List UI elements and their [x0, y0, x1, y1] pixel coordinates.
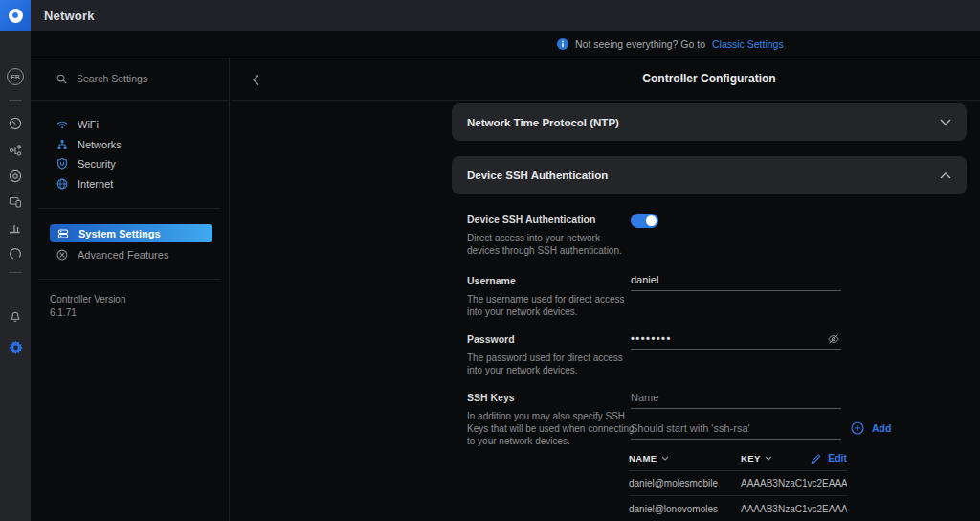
- search-settings-label: Search Settings: [77, 73, 147, 84]
- sidebar-item-system-settings[interactable]: System Settings: [50, 224, 212, 242]
- eye-off-icon: [827, 332, 840, 346]
- ssh-keys-table: NAME KEY Edit daniel@molesmobile AAAAB3N…: [629, 445, 847, 521]
- page-title: Controller Configuration: [452, 72, 967, 85]
- password-input[interactable]: [631, 330, 841, 350]
- rail-item-insights[interactable]: [0, 246, 31, 261]
- sidebar-item-label: WiFi: [78, 119, 99, 130]
- clients-icon: [8, 194, 23, 210]
- ssh-key-name: daniel@molesmobile: [629, 478, 741, 488]
- controller-version-label: Controller Version: [50, 293, 125, 306]
- sidebar-item-internet[interactable]: Internet: [31, 173, 230, 193]
- controller-version: Controller Version 6.1.71: [50, 293, 125, 320]
- classic-settings-link[interactable]: Classic Settings: [712, 38, 784, 50]
- topology-icon: [8, 143, 23, 158]
- rail-item-devices[interactable]: [0, 169, 31, 184]
- add-ssh-key-button[interactable]: Add: [851, 421, 891, 435]
- sidebar-item-label: Advanced Features: [78, 249, 168, 260]
- app-title: Network: [44, 9, 95, 23]
- sort-caret-icon: [765, 456, 772, 461]
- info-icon: [557, 38, 568, 50]
- user-avatar[interactable]: EB: [0, 68, 31, 85]
- ssh-toggle-description: Direct access into your network devices …: [467, 232, 632, 257]
- password-description: The password used for direct access into…: [467, 351, 632, 376]
- sidebar-divider: [38, 208, 220, 209]
- username-input[interactable]: [631, 272, 841, 291]
- notice-banner: Not seeing everything? Go to Classic Set…: [31, 31, 980, 57]
- ssh-key-value: AAAAB3NzaC1vc2EAAAAD...: [741, 478, 847, 488]
- system-settings-icon: [56, 227, 70, 240]
- show-password-button[interactable]: [827, 332, 840, 346]
- devices-icon: [8, 169, 23, 184]
- page-header: Controller Configuration: [231, 57, 980, 101]
- ssh-keys-label: SSH Keys: [467, 392, 515, 403]
- sort-caret-icon: [661, 456, 669, 461]
- search-icon: [56, 73, 68, 85]
- dashboard-icon: [8, 116, 23, 131]
- controller-version-value: 6.1.71: [50, 306, 125, 320]
- sidebar-item-label: Networks: [78, 139, 122, 150]
- bell-icon: [8, 308, 23, 324]
- rail-item-notifications[interactable]: [0, 308, 31, 324]
- username-label: Username: [467, 275, 516, 286]
- shield-icon: [56, 157, 69, 170]
- chevron-down-icon: [940, 119, 951, 125]
- ssh-toggle-label: Device SSH Authentication: [467, 214, 595, 225]
- search-settings[interactable]: Search Settings: [31, 57, 230, 101]
- plus-circle-icon: [851, 421, 864, 435]
- sidebar-item-label: Security: [78, 158, 116, 170]
- networks-icon: [56, 138, 69, 151]
- sidebar-item-label: System Settings: [78, 228, 161, 239]
- rail-item-settings-active[interactable]: [0, 339, 31, 355]
- icon-rail: EB: [0, 31, 31, 521]
- sidebar-item-networks[interactable]: Networks: [31, 134, 230, 154]
- table-row: daniel@molesmobile AAAAB3NzaC1vc2EAAAAD.…: [629, 471, 847, 496]
- ssh-key-name-input[interactable]: [631, 390, 841, 409]
- section-ntp-title: Network Time Protocol (NTP): [467, 117, 619, 128]
- insights-icon: [8, 246, 23, 261]
- main-content: Controller Configuration Network Time Pr…: [231, 57, 980, 521]
- ssh-key-value-input[interactable]: [631, 420, 841, 440]
- sidebar-item-label: Internet: [78, 178, 113, 190]
- section-ssh-auth-title: Device SSH Authentication: [467, 170, 608, 181]
- edit-label: Edit: [828, 452, 847, 464]
- pencil-icon: [810, 452, 822, 464]
- unifi-logo[interactable]: [0, 0, 31, 31]
- statistics-icon: [8, 220, 23, 236]
- rail-item-clients[interactable]: [0, 194, 31, 210]
- sidebar-item-wifi[interactable]: WiFi: [31, 114, 230, 134]
- sidebar-item-advanced-features[interactable]: Advanced Features: [31, 244, 230, 264]
- globe-icon: [56, 177, 69, 191]
- ssh-key-name: daniel@lonovomoles: [629, 504, 741, 514]
- chevron-left-icon: [252, 74, 260, 86]
- wifi-icon: [56, 118, 69, 131]
- advanced-features-icon: [56, 248, 69, 261]
- password-label: Password: [467, 333, 515, 345]
- table-header-row: NAME KEY Edit: [629, 445, 847, 471]
- table-row: daniel@lonovomoles AAAAB3NzaC1vc2EAAAABJ…: [629, 496, 847, 521]
- banner-text: Not seeing everything? Go to: [575, 38, 705, 50]
- key-column-label: KEY: [741, 453, 761, 464]
- rail-item-statistics[interactable]: [0, 220, 31, 236]
- app-window: Network EB: [0, 0, 980, 521]
- chevron-up-icon: [940, 172, 951, 179]
- column-header-name[interactable]: NAME: [629, 453, 741, 464]
- rail-item-dashboard[interactable]: [0, 116, 31, 131]
- settings-sidebar: Search Settings WiFi Networks Security I…: [31, 57, 230, 521]
- section-ssh-auth[interactable]: Device SSH Authentication: [452, 156, 967, 194]
- unifi-logo-icon: [9, 9, 23, 23]
- sidebar-divider: [38, 279, 220, 280]
- add-label: Add: [872, 422, 891, 434]
- edit-ssh-keys-button[interactable]: Edit: [810, 452, 847, 464]
- rail-item-topology[interactable]: [0, 143, 31, 158]
- top-bar: Network: [0, 0, 980, 31]
- sidebar-item-security[interactable]: Security: [31, 153, 230, 173]
- rail-divider: [9, 100, 22, 101]
- column-header-key[interactable]: KEY: [741, 453, 772, 464]
- gear-icon: [8, 339, 24, 355]
- ssh-key-value: AAAAB3NzaC1vc2EAAAABJ...: [741, 504, 847, 514]
- back-button[interactable]: [248, 72, 263, 87]
- ssh-auth-toggle[interactable]: [631, 214, 658, 228]
- username-description: The username used for direct access into…: [467, 293, 632, 318]
- avatar-initials: EB: [7, 68, 24, 85]
- section-ntp[interactable]: Network Time Protocol (NTP): [452, 103, 967, 141]
